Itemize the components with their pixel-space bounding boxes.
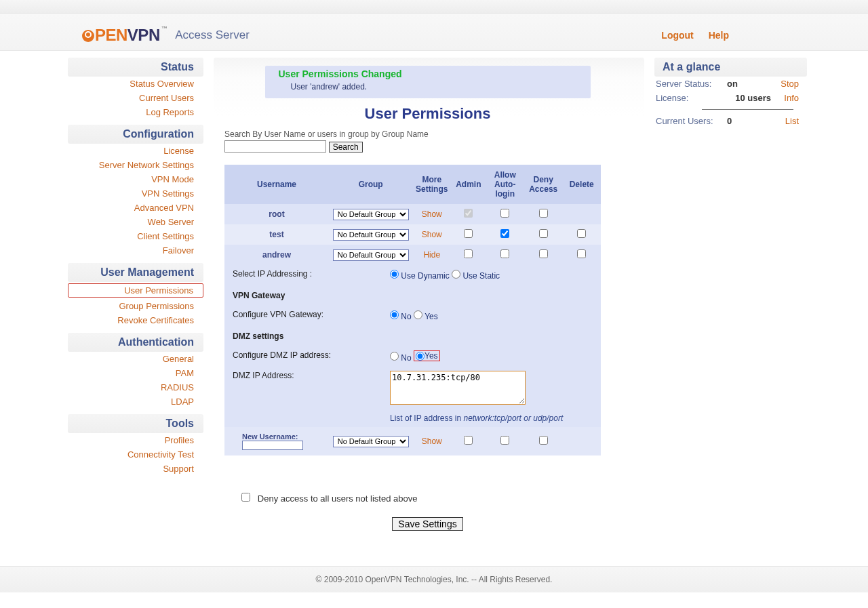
table-row: test No Default Group Show: [224, 224, 601, 245]
ip-static-label: Use Static: [462, 271, 500, 281]
nav-log-reports[interactable]: Log Reports: [146, 107, 194, 117]
th-group: Group: [329, 165, 412, 204]
main-panel: User Permissions Changed User 'andrew' a…: [214, 58, 644, 552]
nav-server-network[interactable]: Server Network Settings: [99, 160, 194, 170]
notice-message: User 'andrew' added.: [279, 79, 584, 92]
admin-checkbox[interactable]: [464, 249, 473, 258]
product-subtitle: Access Server: [175, 28, 250, 42]
logout-link[interactable]: Logout: [661, 30, 693, 41]
more-settings-toggle[interactable]: Show: [422, 209, 442, 219]
autologin-checkbox[interactable]: [500, 249, 509, 258]
deny-checkbox[interactable]: [539, 209, 548, 218]
footer: © 2009-2010 OpenVPN Technologies, Inc. -…: [0, 566, 868, 592]
nav-revoke-certificates[interactable]: Revoke Certificates: [117, 315, 194, 325]
nav-section-user-management: User Management: [68, 263, 203, 282]
more-settings-toggle[interactable]: Hide: [423, 250, 440, 260]
more-settings-toggle[interactable]: Show: [422, 230, 442, 239]
page-title: User Permissions: [224, 105, 631, 123]
glance-users-value: 0: [727, 116, 771, 126]
autologin-checkbox[interactable]: [500, 209, 509, 218]
deny-checkbox[interactable]: [539, 229, 548, 238]
notice-box: User Permissions Changed User 'andrew' a…: [265, 66, 591, 98]
glance-license-value: 10 users: [727, 93, 771, 103]
dmz-no-radio[interactable]: [390, 352, 399, 361]
delete-checkbox[interactable]: [577, 249, 586, 258]
group-select[interactable]: No Default Group: [333, 249, 409, 261]
group-select[interactable]: No Default Group: [333, 436, 409, 447]
th-more: More Settings: [412, 165, 451, 204]
nav-group-permissions[interactable]: Group Permissions: [119, 301, 194, 311]
nav-profiles[interactable]: Profiles: [165, 435, 194, 445]
admin-checkbox[interactable]: [464, 229, 473, 238]
gateway-config-label: Configure VPN Gateway:: [224, 306, 387, 326]
vpn-gateway-header: VPN Gateway: [224, 285, 601, 306]
notice-title: User Permissions Changed: [279, 68, 584, 79]
permissions-table: Username Group More Settings Admin Allow…: [224, 165, 601, 455]
glance-license-label: License:: [656, 93, 727, 103]
glance-status-label: Server Status:: [656, 79, 727, 89]
gateway-no-label: No: [401, 312, 411, 321]
dmz-yes-radio[interactable]: [416, 352, 425, 361]
table-row: root No Default Group Show: [224, 204, 601, 224]
nav-client-settings[interactable]: Client Settings: [137, 231, 194, 241]
admin-checkbox: [464, 209, 473, 218]
nav-license[interactable]: License: [163, 146, 194, 156]
nav-section-authentication: Authentication: [68, 333, 203, 352]
search-input[interactable]: [224, 140, 326, 153]
deny-all-label: Deny access to all users not listed abov…: [258, 493, 418, 504]
gateway-no-radio[interactable]: [390, 310, 399, 319]
glance-panel: At a glance Server Status: on Stop Licen…: [654, 58, 807, 552]
th-delete: Delete: [562, 165, 601, 204]
nav-section-configuration: Configuration: [68, 125, 203, 144]
glance-info-link[interactable]: Info: [784, 93, 799, 103]
deny-checkbox[interactable]: [539, 436, 548, 445]
gateway-yes-label: Yes: [425, 312, 438, 321]
nav-vpn-settings[interactable]: VPN Settings: [142, 188, 194, 199]
deny-checkbox[interactable]: [539, 249, 548, 258]
group-select[interactable]: No Default Group: [333, 229, 409, 241]
ip-static-radio[interactable]: [452, 270, 460, 279]
dmz-settings-header: DMZ settings: [224, 326, 601, 346]
th-admin: Admin: [451, 165, 486, 204]
nav-web-server[interactable]: Web Server: [148, 217, 194, 227]
ip-dynamic-radio[interactable]: [390, 270, 399, 279]
nav-section-status: Status: [68, 58, 203, 77]
nav-failover[interactable]: Failover: [163, 245, 194, 256]
admin-checkbox[interactable]: [464, 436, 473, 445]
nav-user-permissions[interactable]: User Permissions: [124, 285, 193, 296]
autologin-checkbox[interactable]: [500, 229, 509, 238]
username-cell: root: [224, 204, 329, 224]
deny-all-checkbox[interactable]: [241, 493, 250, 502]
glance-stop-link[interactable]: Stop: [781, 79, 799, 89]
search-label: Search By User Name or users in group by…: [224, 129, 631, 139]
nav-support[interactable]: Support: [163, 464, 194, 474]
gateway-yes-radio[interactable]: [414, 310, 422, 319]
nav-auth-ldap[interactable]: LDAP: [171, 397, 194, 407]
nav-advanced-vpn[interactable]: Advanced VPN: [134, 203, 194, 213]
new-username-input[interactable]: [242, 441, 303, 450]
ip-dynamic-label: Use Dynamic: [401, 271, 449, 281]
nav-status-overview[interactable]: Status Overview: [130, 79, 194, 89]
nav-auth-general[interactable]: General: [163, 354, 194, 364]
nav-connectivity-test[interactable]: Connectivity Test: [127, 449, 194, 460]
logo: PENVPN ™: [81, 26, 165, 45]
autologin-checkbox[interactable]: [500, 436, 509, 445]
new-user-row: New Username: No Default Group Show: [224, 427, 601, 455]
group-select[interactable]: No Default Group: [333, 209, 409, 220]
nav-current-users[interactable]: Current Users: [139, 93, 194, 103]
nav-auth-pam[interactable]: PAM: [176, 368, 194, 378]
save-settings-button[interactable]: Save Settings: [392, 517, 462, 531]
nav-vpn-mode[interactable]: VPN Mode: [151, 174, 194, 184]
username-cell: andrew: [224, 245, 329, 265]
glance-status-value: on: [727, 79, 771, 89]
nav-auth-radius[interactable]: RADIUS: [161, 382, 194, 392]
glance-list-link[interactable]: List: [785, 116, 799, 126]
sidebar: Status Status Overview Current Users Log…: [68, 58, 203, 552]
delete-checkbox[interactable]: [577, 229, 586, 238]
more-settings-toggle[interactable]: Show: [422, 437, 442, 446]
search-button[interactable]: Search: [329, 142, 363, 153]
dmz-ip-textarea[interactable]: [390, 371, 526, 405]
help-link[interactable]: Help: [709, 30, 729, 41]
dmz-hint: List of IP address in network:tcp/port o…: [390, 413, 593, 423]
th-deny: Deny Access: [524, 165, 562, 204]
